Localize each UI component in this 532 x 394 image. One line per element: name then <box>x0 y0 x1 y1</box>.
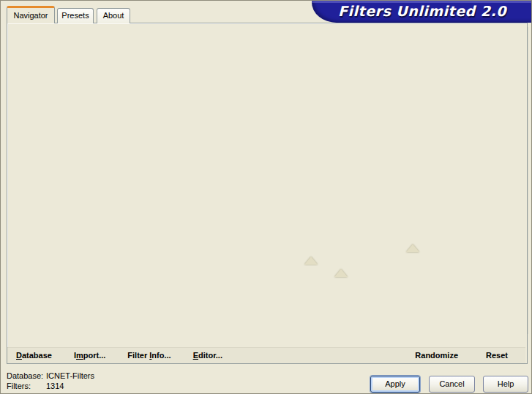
database-button[interactable]: Database <box>16 351 52 360</box>
cancel-button[interactable]: Cancel <box>429 376 475 393</box>
database-label: Database: <box>7 371 46 381</box>
app-title: Filters Unlimited 2.0 <box>338 3 506 19</box>
status-info: Database: ICNET-Filters Filters: 1314 <box>7 371 94 391</box>
navigator-tab-page <box>7 23 528 364</box>
import-button[interactable]: Import... <box>74 351 105 360</box>
randomize-button[interactable]: Randomize <box>415 351 458 360</box>
slider-thumb-icon[interactable] <box>406 244 419 252</box>
editor-button[interactable]: Editor... <box>193 351 222 360</box>
toolbar-left-group: DatabaseImport...Filter Info...Editor... <box>7 351 222 360</box>
status-bar: Database: ICNET-Filters Filters: 1314 Ap… <box>1 365 532 394</box>
apply-button[interactable]: Apply <box>370 376 420 393</box>
reset-button[interactable]: Reset <box>486 351 508 360</box>
toolbar-right-group: RandomizeReset <box>406 351 525 360</box>
tab-navigator[interactable]: Navigator <box>7 6 55 23</box>
title-banner: Filters Unlimited 2.0 <box>312 1 532 23</box>
filters-unlimited-window: Navigator Presets About Filters Unlimite… <box>0 0 532 394</box>
database-value: ICNET-Filters <box>46 371 94 381</box>
slider-thumb-icon[interactable] <box>334 269 348 277</box>
tab-presets[interactable]: Presets <box>57 8 94 23</box>
filters-value: 1314 <box>46 381 94 391</box>
filters-label: Filters: <box>7 381 46 391</box>
slider-thumb-icon[interactable] <box>304 257 318 265</box>
tab-about[interactable]: About <box>97 8 130 23</box>
help-button[interactable]: Help <box>483 376 528 393</box>
filter-info-button[interactable]: Filter Info... <box>127 351 171 360</box>
toolbar: DatabaseImport...Filter Info...Editor...… <box>7 347 525 363</box>
